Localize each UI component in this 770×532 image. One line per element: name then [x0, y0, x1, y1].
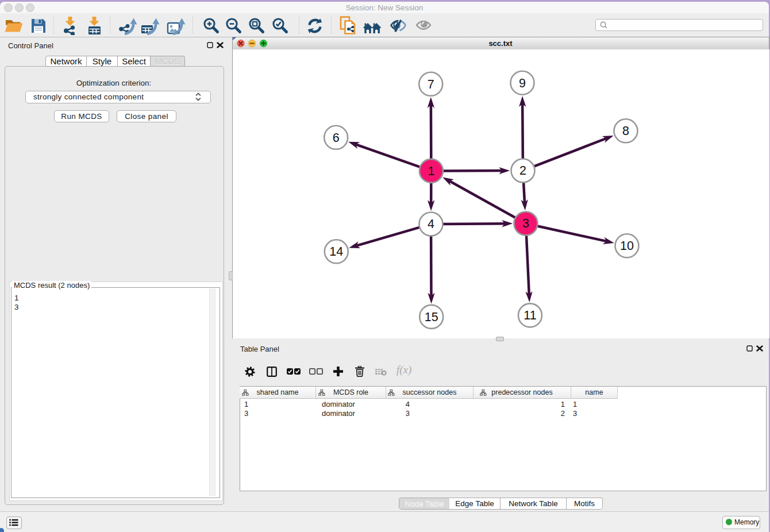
svg-text:8: 8 — [622, 124, 629, 138]
svg-text:11: 11 — [523, 309, 536, 322]
svg-text:9: 9 — [519, 76, 526, 90]
svg-text:6: 6 — [333, 131, 340, 145]
svg-text:1: 1 — [428, 164, 434, 178]
svg-text:2: 2 — [519, 164, 526, 178]
svg-text:10: 10 — [620, 239, 634, 253]
svg-text:14: 14 — [329, 245, 343, 259]
svg-text:4: 4 — [428, 217, 434, 231]
svg-text:3: 3 — [522, 217, 529, 230]
svg-text:15: 15 — [425, 310, 438, 324]
svg-text:7: 7 — [428, 78, 434, 91]
